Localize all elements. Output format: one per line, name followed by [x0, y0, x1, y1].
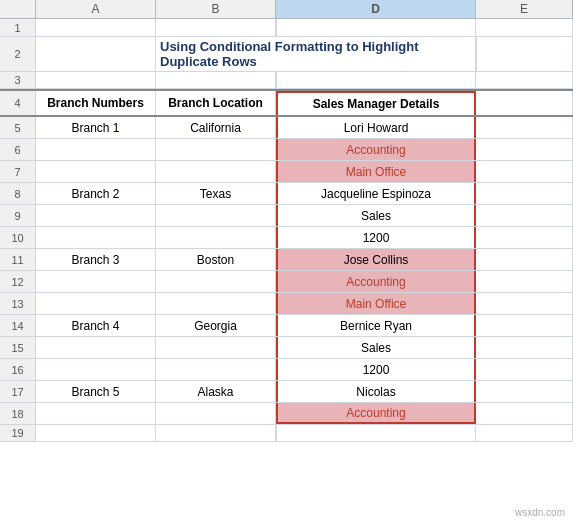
row-num-14: 14 — [0, 315, 36, 336]
cell-c19 — [156, 425, 276, 441]
cell-e9 — [476, 205, 573, 226]
cell-e1 — [476, 19, 573, 36]
cell-b10 — [36, 227, 156, 248]
cell-d18: Accounting — [276, 403, 476, 424]
cell-c13 — [156, 293, 276, 314]
table-row: 7 Main Office — [0, 161, 573, 183]
cell-d19 — [276, 425, 476, 441]
cell-c1 — [156, 19, 276, 36]
row-num-7: 7 — [0, 161, 36, 182]
cell-e17 — [476, 381, 573, 402]
spreadsheet: A B D E 1 2 Using Conditional Formatting… — [0, 0, 573, 524]
table-row: 8 Branch 2 Texas Jacqueline Espinoza — [0, 183, 573, 205]
cell-b3 — [36, 72, 156, 88]
cell-c6 — [156, 139, 276, 160]
row-num-11: 11 — [0, 249, 36, 270]
table-row: 13 Main Office — [0, 293, 573, 315]
cell-d5: Lori Howard — [276, 117, 476, 138]
cell-d4: Sales Manager Details — [276, 91, 476, 115]
cell-e2 — [476, 37, 573, 71]
grid-body: 1 2 Using Conditional Formatting to High… — [0, 19, 573, 524]
cell-b9 — [36, 205, 156, 226]
cell-e14 — [476, 315, 573, 336]
row-num-6: 6 — [0, 139, 36, 160]
corner-cell — [0, 0, 36, 18]
table-row: 17 Branch 5 Alaska Nicolas — [0, 381, 573, 403]
cell-d8: Jacqueline Espinoza — [276, 183, 476, 204]
cell-e7 — [476, 161, 573, 182]
cell-c9 — [156, 205, 276, 226]
table-row: 6 Accounting — [0, 139, 573, 161]
table-row: 1 — [0, 19, 573, 37]
cell-d14: Bernice Ryan — [276, 315, 476, 336]
watermark: wsxdn.com — [515, 507, 565, 518]
cell-d1 — [276, 19, 476, 36]
cell-d3 — [276, 72, 476, 88]
cell-b13 — [36, 293, 156, 314]
col-d-header: D — [276, 0, 476, 18]
cell-b2 — [36, 37, 156, 71]
cell-d15: Sales — [276, 337, 476, 358]
table-row: 10 1200 — [0, 227, 573, 249]
cell-c5: California — [156, 117, 276, 138]
cell-e16 — [476, 359, 573, 380]
cell-b4: Branch Numbers — [36, 91, 156, 115]
col-e-header: E — [476, 0, 573, 18]
table-row: 12 Accounting — [0, 271, 573, 293]
cell-c12 — [156, 271, 276, 292]
row-num-1: 1 — [0, 19, 36, 36]
cell-c18 — [156, 403, 276, 424]
cell-e18 — [476, 403, 573, 424]
cell-d10: 1200 — [276, 227, 476, 248]
cell-d17: Nicolas — [276, 381, 476, 402]
row-num-8: 8 — [0, 183, 36, 204]
row-num-18: 18 — [0, 403, 36, 424]
row-num-5: 5 — [0, 117, 36, 138]
cell-e19 — [476, 425, 573, 441]
cell-c15 — [156, 337, 276, 358]
cell-e10 — [476, 227, 573, 248]
cell-d13: Main Office — [276, 293, 476, 314]
cell-d7: Main Office — [276, 161, 476, 182]
col-a-header: A — [36, 0, 156, 18]
table-row: 11 Branch 3 Boston Jose Collins — [0, 249, 573, 271]
row-num-17: 17 — [0, 381, 36, 402]
cell-c11: Boston — [156, 249, 276, 270]
cell-b14: Branch 4 — [36, 315, 156, 336]
row-num-19: 19 — [0, 425, 36, 441]
row-num-9: 9 — [0, 205, 36, 226]
table-row: 15 Sales — [0, 337, 573, 359]
cell-d12: Accounting — [276, 271, 476, 292]
table-row: 9 Sales — [0, 205, 573, 227]
cell-d11: Jose Collins — [276, 249, 476, 270]
cell-c4: Branch Location — [156, 91, 276, 115]
table-row: 16 1200 — [0, 359, 573, 381]
cell-b1 — [36, 19, 156, 36]
row-num-16: 16 — [0, 359, 36, 380]
cell-d9: Sales — [276, 205, 476, 226]
cell-c10 — [156, 227, 276, 248]
cell-b16 — [36, 359, 156, 380]
table-row: 5 Branch 1 California Lori Howard — [0, 117, 573, 139]
table-row: 19 — [0, 425, 573, 442]
cell-c7 — [156, 161, 276, 182]
row-num-15: 15 — [0, 337, 36, 358]
row-num-4: 4 — [0, 91, 36, 115]
cell-b5: Branch 1 — [36, 117, 156, 138]
cell-d6: Accounting — [276, 139, 476, 160]
row-num-13: 13 — [0, 293, 36, 314]
cell-d16: 1200 — [276, 359, 476, 380]
row-num-10: 10 — [0, 227, 36, 248]
table-row: 2 Using Conditional Formatting to Highli… — [0, 37, 573, 72]
cell-e4 — [476, 91, 573, 115]
cell-b18 — [36, 403, 156, 424]
table-row: 4 Branch Numbers Branch Location Sales M… — [0, 89, 573, 117]
row-num-12: 12 — [0, 271, 36, 292]
cell-b17: Branch 5 — [36, 381, 156, 402]
cell-e6 — [476, 139, 573, 160]
cell-e15 — [476, 337, 573, 358]
cell-e12 — [476, 271, 573, 292]
row-num-2: 2 — [0, 37, 36, 71]
cell-c8: Texas — [156, 183, 276, 204]
cell-e8 — [476, 183, 573, 204]
